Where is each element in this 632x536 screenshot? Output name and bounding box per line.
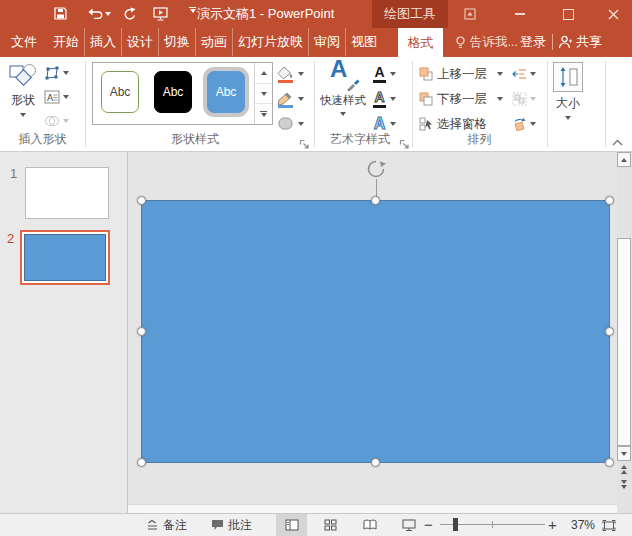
maximize-button[interactable] [553, 0, 583, 28]
status-bar: 备注 批注 − + 37% [0, 513, 632, 536]
tab-format-active[interactable]: 格式 [398, 28, 443, 57]
resize-handle-bottom-right[interactable] [605, 458, 614, 467]
slide-1-thumbnail[interactable] [25, 167, 109, 219]
shape-style-thumbnail-1[interactable]: Abc [101, 71, 139, 113]
text-outline-button[interactable]: A [372, 89, 396, 109]
bring-forward-button[interactable]: 上移一层 [419, 64, 503, 84]
slide-canvas[interactable] [128, 152, 617, 513]
vertical-scrollbar-thumb[interactable] [617, 238, 631, 446]
share-button[interactable]: 共享 [558, 28, 602, 56]
shape-style-thumbnail-3-selected[interactable]: Abc [207, 71, 245, 113]
sign-in-button[interactable]: 登录 [520, 28, 546, 56]
notes-icon [146, 519, 159, 531]
ribbon-tab-bar: 文件 开始 插入 设计 切换 动画 幻灯片放映 审阅 视图 格式 告诉我... … [0, 28, 632, 56]
zoom-out-button[interactable]: − [424, 514, 433, 536]
zoom-in-button[interactable]: + [548, 514, 557, 536]
reading-view-button[interactable] [354, 514, 385, 536]
size-button[interactable]: 大小 [551, 62, 585, 120]
gallery-scroll-down-button[interactable] [255, 84, 272, 105]
zoom-level-button[interactable]: 37% [563, 514, 595, 536]
notes-button[interactable]: 备注 [146, 514, 187, 536]
zoom-slider[interactable] [440, 514, 545, 536]
text-outline-caret [390, 97, 396, 101]
vertical-scrollbar[interactable] [617, 152, 632, 513]
align-button[interactable] [512, 64, 536, 84]
resize-handle-bottom-center[interactable] [371, 458, 380, 467]
customize-quick-access-toolbar-button[interactable] [189, 7, 196, 13]
shape-outline-button[interactable] [277, 89, 304, 109]
gallery-scroll-controls [254, 63, 272, 124]
redo-button[interactable] [122, 7, 136, 20]
rotate-icon [512, 117, 527, 131]
quick-styles-button[interactable]: A 快速样式 [319, 62, 367, 116]
tab-insert[interactable]: 插入 [85, 28, 122, 56]
chevron-up-icon [611, 138, 624, 147]
tab-view[interactable]: 视图 [346, 28, 382, 56]
fit-slide-to-window-button[interactable] [602, 514, 616, 536]
redo-icon [122, 7, 136, 20]
scroll-up-button[interactable] [617, 152, 631, 167]
context-tool-tab[interactable]: 绘图工具 [372, 0, 448, 28]
normal-view-button[interactable] [276, 514, 307, 536]
quick-styles-icon: A [328, 62, 358, 90]
resize-handle-middle-left[interactable] [137, 327, 146, 336]
edit-shape-button[interactable] [44, 63, 69, 83]
tab-strip: 开始 插入 设计 切换 动画 幻灯片放映 审阅 视图 [48, 28, 382, 56]
gallery-more-button[interactable] [255, 104, 272, 124]
text-fill-button[interactable]: A [372, 64, 396, 84]
save-button[interactable] [54, 7, 67, 20]
send-backward-button[interactable]: 下移一层 [419, 89, 503, 109]
slideshow-view-button[interactable] [393, 514, 424, 536]
tab-transitions[interactable]: 切换 [159, 28, 196, 56]
window-title: 演示文稿1 - PowerPoint [197, 0, 334, 28]
tab-review[interactable]: 审阅 [309, 28, 346, 56]
resize-handle-top-left[interactable] [137, 196, 146, 205]
resize-handle-middle-right[interactable] [605, 327, 614, 336]
previous-slide-button[interactable] [617, 463, 631, 476]
edit-shape-caret [63, 71, 69, 75]
gallery-scroll-up-button[interactable] [255, 63, 272, 84]
align-caret [530, 72, 536, 76]
undo-dropdown-caret[interactable] [105, 12, 111, 16]
tell-me-box[interactable]: 告诉我... [455, 28, 518, 56]
shape-style-thumbnail-2[interactable]: Abc [154, 71, 192, 113]
rotation-handle[interactable] [366, 159, 386, 179]
tab-home[interactable]: 开始 [48, 28, 85, 56]
workspace: 1 2 [0, 152, 632, 513]
zoom-slider-handle[interactable] [453, 518, 458, 531]
tab-file[interactable]: 文件 [0, 28, 48, 56]
next-slide-button[interactable] [617, 478, 631, 491]
resize-handle-top-right[interactable] [605, 196, 614, 205]
selected-rectangle-shape[interactable] [141, 200, 610, 463]
tab-design[interactable]: 设计 [122, 28, 159, 56]
undo-icon [88, 7, 103, 20]
text-box-button[interactable]: A [44, 87, 69, 107]
comments-button[interactable]: 批注 [211, 514, 252, 536]
shape-fill-button[interactable] [277, 64, 304, 84]
minimize-button[interactable] [505, 0, 535, 28]
collapse-ribbon-button[interactable] [611, 133, 624, 151]
slide-2-thumbnail-selected[interactable] [20, 230, 110, 285]
close-button[interactable] [598, 0, 628, 28]
start-slideshow-button[interactable] [153, 7, 168, 21]
tab-slideshow[interactable]: 幻灯片放映 [233, 28, 309, 56]
wordart-styles-dialog-launcher[interactable] [399, 136, 411, 148]
slide-sorter-view-button[interactable] [315, 514, 346, 536]
slide-thumbnail-panel: 1 2 [0, 152, 128, 513]
zoom-out-icon: − [424, 514, 433, 536]
shapes-gallery-button[interactable]: 形状 [4, 62, 42, 117]
resize-handle-top-center[interactable] [371, 196, 380, 205]
ribbon-display-options-button[interactable] [455, 0, 485, 28]
text-fill-caret [390, 72, 396, 76]
resize-handle-bottom-left[interactable] [137, 458, 146, 467]
shape-styles-dialog-launcher[interactable] [299, 136, 311, 148]
tab-animations[interactable]: 动画 [196, 28, 233, 56]
group-separator [605, 61, 606, 147]
merge-shapes-icon [44, 113, 60, 129]
undo-button[interactable] [88, 7, 111, 20]
scroll-down-button[interactable] [617, 446, 631, 461]
horizontal-scrollbar[interactable] [128, 504, 617, 513]
shapes-icon [9, 62, 37, 89]
text-box-icon: A [44, 89, 60, 105]
bring-forward-label: 上移一层 [437, 66, 487, 83]
